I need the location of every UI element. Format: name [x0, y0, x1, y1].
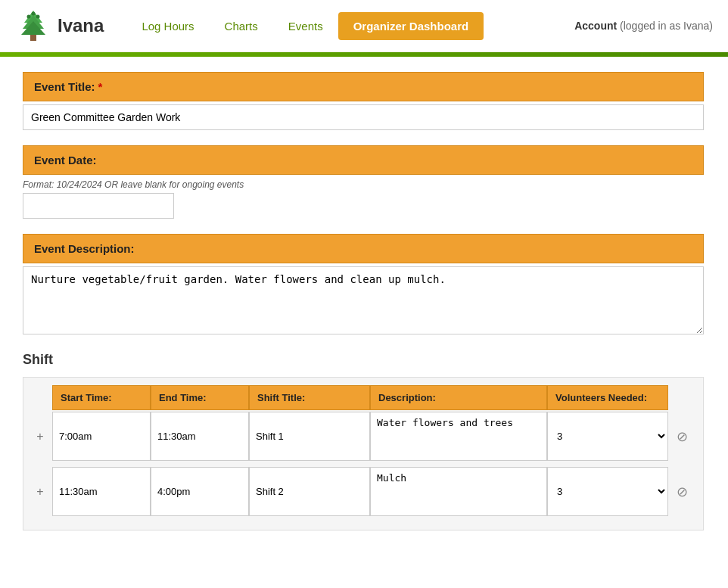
logo-icon	[15, 8, 51, 44]
shift-section: Shift Start Time: End Time: Shift Title:…	[23, 352, 704, 530]
shift-1-start-time-input[interactable]	[53, 412, 150, 460]
event-title-required: *	[98, 80, 103, 93]
shift-2-start-time-cell	[52, 467, 151, 516]
event-date-section: Event Date: Format: 10/24/2024 OR leave …	[23, 145, 704, 219]
shift-1-title-cell	[249, 412, 370, 461]
event-title-header: Event Title:*	[23, 72, 704, 101]
col-header-description: Description:	[370, 385, 547, 410]
svg-point-4	[27, 15, 31, 19]
shift-2-title-input[interactable]	[250, 468, 369, 515]
shift-1-start-time-cell	[52, 412, 151, 461]
shift-1-end-time-cell	[151, 412, 249, 461]
shift-2-end-time-cell	[151, 467, 249, 516]
col-header-start-time: Start Time:	[52, 385, 151, 410]
event-date-hint: Format: 10/24/2024 OR leave blank for on…	[23, 179, 704, 190]
event-description-label: Event Description:	[34, 242, 135, 255]
event-date-input[interactable]	[23, 193, 174, 219]
main-nav: Log Hours Charts Events Organizer Dashbo…	[126, 12, 574, 40]
shift-2-title-cell	[249, 467, 370, 516]
logged-in-as: (logged in as Ivana)	[620, 20, 713, 32]
header-spacer	[31, 385, 52, 410]
shift-1-vol-select[interactable]: 1 2 3 4 5	[548, 412, 667, 460]
shift-2-desc-cell: Mulch	[370, 467, 547, 516]
svg-point-6	[36, 15, 40, 19]
event-date-label: Event Date:	[34, 154, 97, 166]
shift-2-delete-button[interactable]: ⊘	[674, 481, 691, 503]
event-description-section: Event Description: Nurture vegetable/fru…	[23, 234, 704, 337]
event-description-header: Event Description:	[23, 234, 704, 263]
shift-1-action: ⊘	[668, 412, 695, 461]
add-row-button-1[interactable]: +	[31, 412, 49, 461]
shift-1-delete-button[interactable]: ⊘	[674, 425, 691, 448]
col-header-action	[668, 385, 695, 410]
account-area: Account (logged in as Ivana)	[574, 20, 713, 32]
event-date-header: Event Date:	[23, 145, 704, 175]
svg-point-5	[32, 12, 36, 16]
shift-2-action: ⊘	[668, 467, 695, 516]
table-row: + Water flowers and trees 1 2	[31, 412, 695, 461]
shift-1-vol-cell: 1 2 3 4 5	[547, 412, 668, 461]
shift-table: Start Time: End Time: Shift Title: Descr…	[23, 377, 704, 530]
col-header-end-time: End Time:	[151, 385, 249, 410]
shift-1-title-input[interactable]	[250, 412, 369, 460]
table-row: + Mulch 1 2 3 4	[31, 467, 695, 516]
shift-header-row: Start Time: End Time: Shift Title: Descr…	[31, 385, 695, 410]
event-description-input[interactable]: Nurture vegetable/fruit garden. Water fl…	[23, 266, 704, 334]
main-content: Event Title:* Event Date: Format: 10/24/…	[0, 57, 726, 561]
shift-title: Shift	[23, 352, 704, 368]
add-row-button-2[interactable]: +	[31, 467, 49, 516]
col-header-shift-title: Shift Title:	[249, 385, 370, 410]
event-title-section: Event Title:*	[23, 72, 704, 130]
shift-2-start-time-input[interactable]	[53, 468, 150, 515]
event-title-input[interactable]	[23, 104, 704, 130]
shift-2-end-time-input[interactable]	[151, 468, 248, 515]
nav-log-hours[interactable]: Log Hours	[126, 14, 209, 39]
shift-1-end-time-input[interactable]	[151, 412, 248, 460]
logo: Ivana	[15, 8, 104, 44]
account-label[interactable]: Account	[574, 20, 617, 32]
col-header-volunteers: Volunteers Needed:	[547, 385, 668, 410]
header: Ivana Log Hours Charts Events Organizer …	[0, 0, 728, 52]
app-name: Ivana	[58, 15, 104, 36]
nav-charts[interactable]: Charts	[210, 14, 273, 39]
nav-organizer-dashboard[interactable]: Organizer Dashboard	[338, 12, 484, 40]
nav-events[interactable]: Events	[273, 14, 338, 39]
shift-2-vol-cell: 1 2 3 4 5	[547, 467, 668, 516]
shift-2-vol-select[interactable]: 1 2 3 4 5	[548, 468, 667, 515]
event-title-label: Event Title:	[34, 80, 95, 93]
shift-2-desc-input[interactable]: Mulch	[371, 468, 546, 513]
shift-1-desc-input[interactable]: Water flowers and trees	[371, 412, 546, 458]
shift-1-desc-cell: Water flowers and trees	[370, 412, 547, 461]
